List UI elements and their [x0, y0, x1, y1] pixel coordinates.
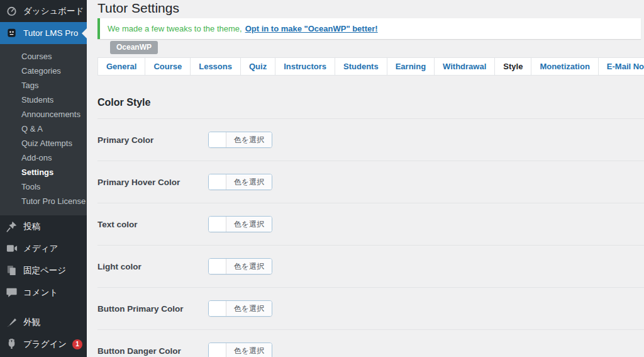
setting-row-light-color: Light color 色を選択: [97, 246, 644, 288]
setting-row-primary-hover-color: Primary Hover Color 色を選択: [97, 161, 644, 203]
color-picker-button[interactable]: 色を選択: [208, 343, 272, 357]
sidebar-subitem-tutor-pro-license[interactable]: Tutor Pro License: [0, 194, 87, 208]
sidebar-subitem-announcements[interactable]: Announcements: [0, 107, 87, 122]
tab-monetization[interactable]: Monetization: [531, 58, 598, 75]
tutor-lms-submenu: Courses Categories Tags Students Announc…: [0, 44, 87, 215]
color-picker-label: 色を選択: [226, 132, 272, 147]
comments-icon: [6, 286, 18, 298]
sidebar-item-appearance[interactable]: 外観: [0, 311, 87, 333]
tab-general[interactable]: General: [98, 58, 145, 75]
color-picker-button[interactable]: 色を選択: [208, 258, 272, 275]
tab-style[interactable]: Style: [495, 58, 531, 75]
tab-instructors[interactable]: Instructors: [275, 58, 335, 75]
tutor-lms-icon: [6, 27, 18, 39]
setting-label: Button Primary Color: [97, 304, 208, 314]
sidebar-subitem-quiz-attempts[interactable]: Quiz Attempts: [0, 136, 87, 150]
main-content: Tutor Settings We made a few tweaks to t…: [87, 0, 644, 357]
setting-label: Button Danger Color: [97, 346, 208, 356]
sidebar-subitem-settings[interactable]: Settings: [0, 165, 87, 179]
color-swatch: [209, 301, 226, 316]
setting-row-text-color: Text color 色を選択: [97, 203, 644, 246]
setting-label: Text color: [97, 220, 208, 229]
media-icon: [6, 242, 18, 254]
setting-label: Primary Hover Color: [97, 178, 208, 187]
pages-icon: [6, 264, 18, 276]
color-picker-button[interactable]: 色を選択: [208, 300, 272, 317]
sidebar-subitem-tags[interactable]: Tags: [0, 78, 87, 93]
pin-icon: [6, 220, 18, 232]
sidebar-subitem-q-and-a[interactable]: Q & A: [0, 122, 87, 136]
tab-quiz[interactable]: Quiz: [241, 58, 275, 75]
admin-sidebar: ダッシュボード Tutor LMS Pro Courses Categories…: [0, 0, 87, 357]
sidebar-item-dashboard[interactable]: ダッシュボード: [0, 0, 87, 22]
dashboard-icon: [6, 5, 18, 17]
sidebar-item-media[interactable]: メディア: [0, 237, 87, 259]
color-swatch: [209, 259, 226, 274]
setting-row-primary-color: Primary Color 色を選択: [97, 119, 644, 161]
plugins-icon: [6, 338, 18, 350]
color-swatch: [209, 217, 226, 232]
page-title: Tutor Settings: [97, 0, 644, 16]
sidebar-item-posts[interactable]: 投稿: [0, 215, 87, 237]
sidebar-lower-menu: 投稿 メディア 固定ページ コメント 外: [0, 215, 87, 357]
settings-rows: Primary Color 色を選択 Primary Hover Color 色…: [97, 119, 644, 357]
sidebar-subitem-add-ons[interactable]: Add-ons: [0, 150, 87, 165]
setting-row-button-danger-color: Button Danger Color 色を選択: [97, 330, 644, 357]
color-style-section: Color Style Primary Color 色を選択 Primary H…: [97, 96, 644, 357]
sidebar-subitem-tools[interactable]: Tools: [0, 179, 87, 194]
color-picker-label: 色を選択: [226, 259, 272, 274]
tab-withdrawal[interactable]: Withdrawal: [435, 58, 495, 75]
tab-students[interactable]: Students: [335, 58, 387, 75]
tab-course[interactable]: Course: [145, 58, 191, 75]
setting-label: Light color: [97, 262, 208, 271]
sidebar-item-pages[interactable]: 固定ページ: [0, 259, 87, 281]
appearance-icon: [6, 316, 18, 328]
color-swatch: [209, 132, 226, 147]
sidebar-item-comments[interactable]: コメント: [0, 281, 87, 303]
setting-row-button-primary-color: Button Primary Color 色を選択: [97, 288, 644, 330]
section-heading: Color Style: [97, 96, 644, 119]
color-swatch: [209, 174, 226, 190]
tab-earning[interactable]: Earning: [387, 58, 435, 75]
sidebar-item-tutor-lms-pro[interactable]: Tutor LMS Pro: [0, 22, 87, 44]
opt-in-link[interactable]: Opt in to make "OceanWP" better!: [245, 23, 378, 34]
theme-name-badge: OceanWP: [110, 41, 158, 54]
color-picker-button[interactable]: 色を選択: [208, 216, 272, 232]
color-picker-label: 色を選択: [226, 174, 272, 190]
notice-message: We made a few tweaks to the theme,: [108, 23, 242, 34]
sidebar-subitem-categories[interactable]: Categories: [0, 64, 87, 78]
color-picker-label: 色を選択: [226, 217, 272, 232]
sidebar-subitem-students[interactable]: Students: [0, 93, 87, 107]
color-picker-button[interactable]: 色を選択: [208, 174, 272, 190]
tab-lessons[interactable]: Lessons: [191, 58, 241, 75]
theme-notice: We made a few tweaks to the theme, Opt i…: [97, 18, 641, 39]
color-picker-label: 色を選択: [226, 343, 272, 357]
settings-tabs: General Course Lessons Quiz Instructors …: [97, 57, 644, 76]
sidebar-subitem-courses[interactable]: Courses: [0, 49, 87, 64]
update-count-badge: 1: [72, 339, 82, 349]
tab-e-mail-notification[interactable]: E-Mail Notification: [599, 58, 644, 75]
setting-label: Primary Color: [97, 135, 208, 145]
sidebar-top-menu: ダッシュボード Tutor LMS Pro: [0, 0, 87, 44]
sidebar-item-plugins[interactable]: プラグイン 1: [0, 333, 87, 355]
color-swatch: [209, 343, 226, 357]
color-picker-button[interactable]: 色を選択: [208, 132, 272, 148]
color-picker-label: 色を選択: [226, 301, 272, 316]
